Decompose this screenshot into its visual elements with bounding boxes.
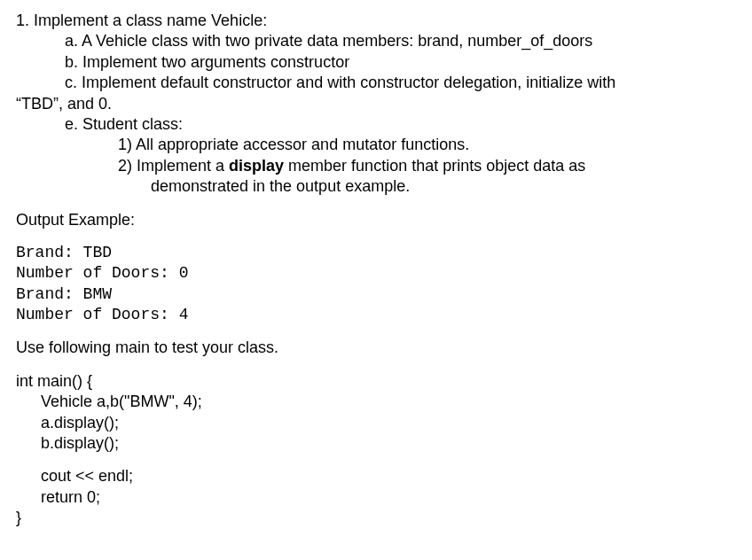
output-example-label: Output Example: (16, 210, 736, 230)
output-line: Number of Doors: 4 (16, 305, 736, 325)
code-line: } (16, 508, 736, 528)
e2-pre: 2) Implement a (118, 157, 229, 175)
use-main-text: Use following main to test your class. (16, 338, 736, 358)
q1-item-b: b. Implement two arguments constructor (16, 52, 736, 73)
q1-item-a: a. A Vehicle class with two private data… (16, 31, 736, 51)
code-line: b.display(); (16, 433, 736, 454)
q1-item-c: c. Implement default constructor and wit… (16, 73, 736, 93)
question-1: 1. Implement a class name Vehicle: a. A … (16, 11, 736, 198)
code-line: return 0; (16, 487, 736, 508)
q1-item-e1: 1) All appropriate accessor and mutator … (16, 135, 736, 155)
e2-post: member function that prints object data … (284, 157, 585, 175)
code-line: int main() { (16, 371, 736, 392)
q1-item-e2-line2: demonstrated in the output example. (16, 176, 736, 197)
output-example-block: Brand: TBD Number of Doors: 0 Brand: BMW… (16, 243, 736, 326)
e2-bold: display (229, 157, 284, 175)
code-line: cout << endl; (16, 466, 736, 486)
main-code-block: int main() { Vehicle a,b("BMW", 4); a.di… (16, 371, 736, 529)
output-line: Brand: BMW (16, 284, 736, 305)
output-line: Number of Doors: 0 (16, 263, 736, 284)
q1-title: 1. Implement a class name Vehicle: (16, 11, 736, 31)
output-line: Brand: TBD (16, 243, 736, 263)
q1-item-c-tail: “TBD”, and 0. (16, 94, 736, 114)
code-line: Vehicle a,b("BMW", 4); (16, 392, 736, 412)
code-line: a.display(); (16, 413, 736, 433)
q1-item-e: e. Student class: (16, 114, 736, 135)
q1-item-e2-line1: 2) Implement a display member function t… (16, 156, 736, 176)
